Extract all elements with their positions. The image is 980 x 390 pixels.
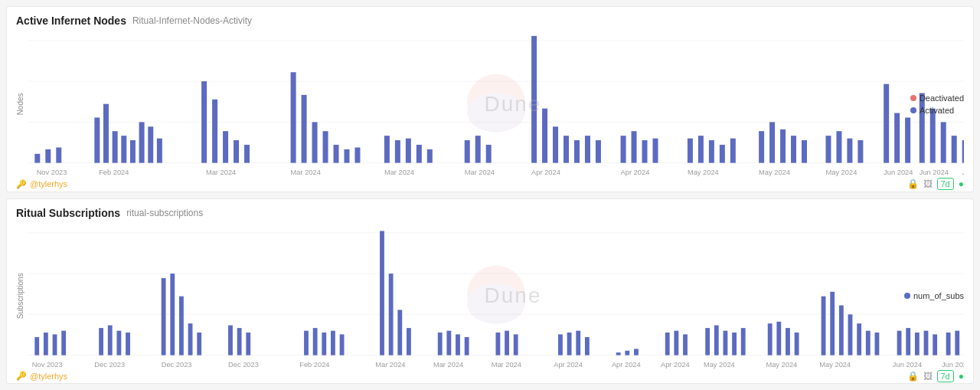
svg-rect-113 [313, 328, 318, 356]
author-2: 🔑 @tylerhys [16, 371, 67, 381]
svg-rect-100 [99, 328, 103, 356]
svg-rect-108 [197, 333, 201, 356]
chart-svg-2: 400 200 0 [28, 224, 964, 369]
svg-rect-148 [830, 291, 835, 355]
svg-rect-33 [395, 140, 400, 163]
svg-rect-29 [334, 145, 339, 163]
svg-rect-142 [741, 328, 746, 356]
svg-rect-72 [962, 140, 964, 163]
svg-rect-157 [924, 330, 929, 355]
svg-rect-18 [148, 126, 153, 162]
svg-rect-43 [564, 136, 569, 163]
svg-rect-128 [558, 334, 563, 355]
svg-rect-36 [427, 149, 433, 163]
svg-rect-13 [103, 104, 109, 163]
svg-rect-49 [642, 140, 648, 163]
svg-text:Dec 2023: Dec 2023 [94, 359, 125, 368]
svg-rect-11 [56, 147, 61, 162]
svg-rect-61 [825, 136, 831, 163]
svg-text:Nov 2023: Nov 2023 [37, 168, 67, 176]
svg-text:Apr 2024: Apr 2024 [621, 168, 650, 176]
svg-rect-35 [416, 145, 422, 163]
svg-rect-143 [768, 323, 773, 355]
legend-label-num-subs: num_of_subs [913, 291, 964, 300]
svg-rect-99 [61, 330, 66, 355]
legend-dot-num-subs [904, 293, 910, 299]
time-badge-1[interactable]: 7d [937, 178, 954, 190]
svg-text:May 2024: May 2024 [766, 359, 797, 368]
svg-text:May 2024: May 2024 [759, 168, 790, 176]
svg-rect-62 [836, 131, 841, 162]
svg-rect-152 [866, 330, 871, 355]
svg-rect-45 [585, 136, 590, 163]
svg-rect-125 [496, 333, 501, 356]
image-icon-2[interactable]: 🖼 [923, 371, 933, 382]
y-axis-label-1: Nodes [16, 31, 24, 176]
svg-rect-24 [244, 145, 250, 163]
svg-rect-154 [897, 330, 902, 355]
svg-rect-145 [786, 328, 790, 356]
chart-subtitle-2: ritual-subscriptions [126, 208, 203, 218]
svg-rect-107 [188, 323, 193, 355]
svg-rect-21 [212, 100, 217, 163]
svg-rect-138 [705, 328, 710, 356]
svg-rect-130 [576, 330, 580, 355]
svg-rect-52 [698, 136, 704, 163]
svg-text:May 2024: May 2024 [819, 359, 851, 368]
svg-text:May 2024: May 2024 [704, 359, 735, 368]
svg-text:Jun 2024: Jun 2024 [962, 168, 964, 176]
time-badge-2[interactable]: 7d [937, 370, 954, 382]
svg-rect-153 [875, 333, 880, 356]
svg-rect-38 [475, 136, 481, 163]
lock-icon-1[interactable]: 🔒 [907, 179, 919, 189]
svg-rect-60 [802, 140, 807, 163]
svg-rect-160 [955, 330, 959, 355]
svg-rect-28 [323, 131, 328, 162]
svg-rect-69 [930, 109, 936, 163]
chart-header-1: Active Infernet Nodes Ritual-Infernet-No… [16, 15, 964, 27]
svg-rect-115 [331, 330, 335, 355]
svg-rect-22 [223, 131, 228, 162]
svg-rect-119 [397, 310, 402, 355]
svg-text:Nov 2023: Nov 2023 [32, 359, 63, 368]
svg-rect-20 [201, 81, 207, 163]
svg-rect-135 [665, 333, 670, 356]
svg-text:Mar 2024: Mar 2024 [433, 359, 463, 368]
svg-rect-150 [848, 314, 853, 355]
svg-rect-121 [438, 333, 443, 356]
svg-rect-105 [170, 274, 175, 356]
svg-text:May 2024: May 2024 [688, 168, 719, 176]
svg-rect-26 [302, 95, 307, 163]
svg-text:Dec 2023: Dec 2023 [228, 359, 259, 368]
svg-rect-65 [884, 84, 889, 163]
svg-rect-122 [446, 330, 451, 355]
svg-rect-109 [228, 325, 233, 355]
footer-actions-2: 🔒 🖼 7d ● [907, 370, 965, 382]
svg-rect-117 [380, 231, 384, 355]
svg-rect-16 [130, 140, 136, 163]
svg-rect-39 [486, 145, 492, 163]
svg-rect-114 [322, 333, 326, 356]
legend-dot-activated [910, 107, 916, 113]
svg-rect-123 [456, 334, 460, 355]
svg-rect-14 [113, 131, 118, 162]
svg-rect-37 [465, 140, 470, 163]
lock-icon-2[interactable]: 🔒 [907, 371, 919, 382]
svg-rect-133 [625, 350, 629, 355]
chart-header-2: Ritual Subscriptions ritual-subscription… [16, 207, 964, 219]
svg-rect-64 [858, 140, 863, 163]
image-icon-1[interactable]: 🖼 [923, 179, 933, 189]
y-axis-label-2: Subscriptions [16, 224, 24, 369]
svg-rect-139 [714, 325, 719, 355]
svg-rect-53 [709, 140, 714, 163]
svg-rect-134 [634, 349, 639, 355]
chart-card-1: Active Infernet Nodes Ritual-Infernet-No… [6, 6, 974, 192]
svg-rect-149 [839, 305, 844, 355]
svg-rect-97 [44, 333, 48, 356]
status-dot-2: ● [959, 371, 964, 382]
svg-text:May 2024: May 2024 [825, 168, 857, 176]
svg-rect-12 [94, 117, 100, 162]
legend-dot-deactivated [910, 95, 916, 101]
svg-rect-140 [724, 330, 728, 355]
svg-rect-66 [894, 113, 900, 163]
